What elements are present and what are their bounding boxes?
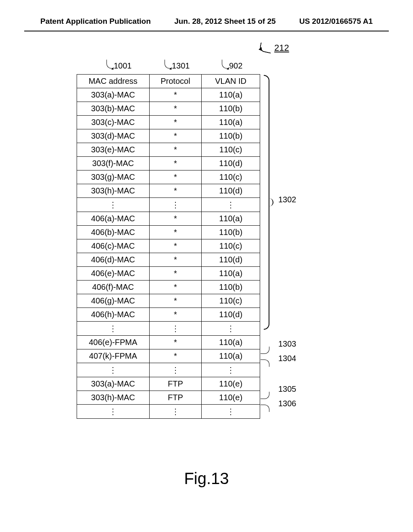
table-row: 406(a)-MAC*110(a) <box>77 212 260 226</box>
leader-hook-icon <box>261 405 269 412</box>
table-cell: 303(a)-MAC <box>77 377 150 391</box>
table-row: 303(h)-MACFTP110(e) <box>77 391 260 405</box>
table-cell: 406(a)-MAC <box>77 212 150 226</box>
table-cell: 110(a) <box>202 336 260 349</box>
table-cell: 110(a) <box>202 267 260 281</box>
table-cell: 406(e)-FPMA <box>77 336 150 349</box>
table-cell: 303(h)-MAC <box>77 391 150 405</box>
table-cell: 110(d) <box>202 253 260 267</box>
table-row: ⋮⋮⋮ <box>77 363 260 377</box>
table-cell: * <box>149 102 202 116</box>
table-cell: 110(d) <box>202 308 260 322</box>
header-rule <box>24 31 389 31</box>
col-ref-1001: 1001 <box>114 61 132 71</box>
table-cell: ⋮ <box>202 405 260 419</box>
table-cell: * <box>149 281 202 294</box>
leader-arrow-icon <box>259 42 273 54</box>
table-row: 303(e)-MAC*110(c) <box>77 143 260 157</box>
table-row: ⋮⋮⋮ <box>77 198 260 212</box>
col-header-mac: MAC address <box>77 75 150 88</box>
table-cell: ⋮ <box>149 405 202 419</box>
table-row: 303(c)-MAC*110(a) <box>77 116 260 129</box>
table-row: ⋮⋮⋮ <box>77 405 260 419</box>
col-header-vlan: VLAN ID <box>202 75 260 88</box>
table-row: 406(e)-FPMA*110(a) <box>77 336 260 349</box>
table-cell: * <box>149 349 202 363</box>
table-cell: ⋮ <box>77 198 150 212</box>
table-row: 303(b)-MAC*110(b) <box>77 102 260 116</box>
table-cell: * <box>149 88 202 102</box>
table-cell: 406(e)-MAC <box>77 267 150 281</box>
table-row: 303(a)-MAC*110(a) <box>77 88 260 102</box>
table-cell: 303(c)-MAC <box>77 116 150 129</box>
figure-caption: Fig.13 <box>0 470 413 488</box>
table-row: 406(g)-MAC*110(c) <box>77 294 260 308</box>
leader-arc-icon <box>106 60 113 69</box>
table-cell: ⋮ <box>149 198 202 212</box>
table-cell: 110(a) <box>202 349 260 363</box>
table-cell: 303(d)-MAC <box>77 129 150 143</box>
table-cell: 303(e)-MAC <box>77 143 150 157</box>
vlan-mapping-table: MAC address Protocol VLAN ID 303(a)-MAC*… <box>77 74 260 419</box>
row-ref-1306: 1306 <box>278 399 296 408</box>
table-row: 303(d)-MAC*110(b) <box>77 129 260 143</box>
table-cell: ⋮ <box>77 405 150 419</box>
figure-13: 212 1001 1301 902 MAC address Protocol V… <box>77 60 359 419</box>
header-right: US 2012/0166575 A1 <box>299 17 373 26</box>
table-cell: 407(k)-FPMA <box>77 349 150 363</box>
table-row: 406(b)-MAC*110(b) <box>77 226 260 239</box>
table-cell: 110(c) <box>202 143 260 157</box>
leader-arc-icon <box>165 60 171 69</box>
table-row: 406(d)-MAC*110(d) <box>77 253 260 267</box>
row-ref-1302: 1302 <box>278 195 296 204</box>
table-cell: 110(b) <box>202 129 260 143</box>
leader-hook-icon <box>261 392 269 399</box>
table-cell: * <box>149 239 202 253</box>
table-cell: ⋮ <box>77 322 150 336</box>
table-cell: 406(c)-MAC <box>77 239 150 253</box>
table-cell: * <box>149 170 202 184</box>
table-cell: 303(f)-MAC <box>77 157 150 170</box>
table-cell: ⋮ <box>149 322 202 336</box>
col-ref-902: 902 <box>229 61 242 71</box>
table-cell: 406(g)-MAC <box>77 294 150 308</box>
col-ref-1301: 1301 <box>172 61 190 71</box>
column-ref-labels: 1001 1301 902 <box>77 60 359 74</box>
table-cell: 110(e) <box>202 391 260 405</box>
curly-brace-icon <box>261 75 273 330</box>
table-cell: * <box>149 267 202 281</box>
table-cell: * <box>149 116 202 129</box>
table-cell: ⋮ <box>149 363 202 377</box>
table-cell: ⋮ <box>77 363 150 377</box>
leader-arc-icon <box>222 60 228 69</box>
table-cell: 110(b) <box>202 102 260 116</box>
header-left: Patent Application Publication <box>40 17 151 26</box>
table-cell: ⋮ <box>202 322 260 336</box>
page-header: Patent Application Publication Jun. 28, … <box>0 0 413 31</box>
table-cell: * <box>149 308 202 322</box>
leader-hook-icon <box>261 347 269 354</box>
table-cell: * <box>149 129 202 143</box>
table-cell: FTP <box>149 377 202 391</box>
row-ref-1305: 1305 <box>278 384 296 394</box>
table-row: 303(f)-MAC*110(d) <box>77 157 260 170</box>
table-cell: * <box>149 226 202 239</box>
leader-hook-icon <box>261 360 269 367</box>
table-cell: * <box>149 294 202 308</box>
table-cell: 110(e) <box>202 377 260 391</box>
table-cell: * <box>149 184 202 198</box>
table-cell: 406(d)-MAC <box>77 253 150 267</box>
table-cell: 303(h)-MAC <box>77 184 150 198</box>
table-row: ⋮⋮⋮ <box>77 322 260 336</box>
table-cell: 303(b)-MAC <box>77 102 150 116</box>
table-cell: 110(b) <box>202 226 260 239</box>
table-cell: * <box>149 212 202 226</box>
table-cell: FTP <box>149 391 202 405</box>
table-row: 407(k)-FPMA*110(a) <box>77 349 260 363</box>
table-cell: * <box>149 253 202 267</box>
table-cell: * <box>149 157 202 170</box>
table-cell: 110(d) <box>202 157 260 170</box>
table-cell: 110(d) <box>202 184 260 198</box>
row-ref-1303: 1303 <box>278 339 296 349</box>
ref-212: 212 <box>260 43 289 53</box>
